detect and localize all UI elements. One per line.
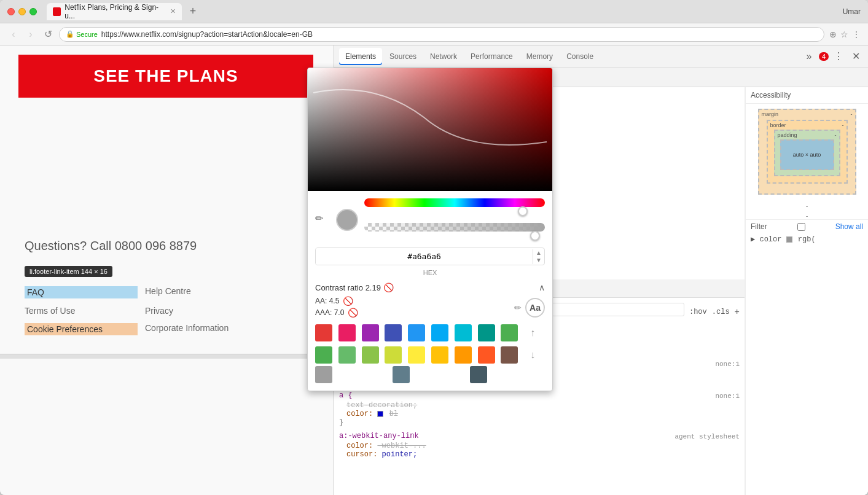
footer-link-help[interactable]: Help Centre (145, 286, 258, 298)
show-all-button[interactable]: Show all (835, 222, 863, 231)
new-tab-button[interactable]: + (184, 3, 201, 20)
footer-link-cookies[interactable]: Cookie Preferences (25, 323, 138, 335)
swatch-indigo[interactable] (385, 324, 402, 341)
address-bar: ‹ › ↺ 🔒 Secure https://www.netflix.com/s… (0, 23, 868, 45)
devtools-tab-actions: » 4 ⋮ ✕ (802, 49, 863, 64)
main-content: SEE THE PLANS Questions? Call 0800 096 8… (0, 45, 868, 495)
bookmark-icon[interactable]: ☆ (840, 29, 848, 39)
hue-thumb[interactable] (518, 206, 528, 216)
swatch-green[interactable] (501, 324, 518, 341)
swatch-cyan[interactable] (455, 324, 472, 341)
hex-input[interactable] (316, 248, 533, 265)
hex-up-arrow[interactable]: ▲ (536, 249, 542, 257)
swatch-light-green[interactable] (338, 346, 356, 364)
swatch-scroll-up[interactable]: ↑ (524, 324, 541, 341)
margin-label: margin (762, 111, 779, 117)
tab-title: Netflix Plans, Pricing & Sign-u... (65, 3, 164, 20)
address-input[interactable]: 🔒 Secure https://www.netflix.com/signup?… (59, 27, 824, 42)
tab-network[interactable]: Network (424, 48, 463, 65)
minimize-button[interactable] (18, 8, 26, 15)
more-tabs-icon[interactable]: » (802, 49, 816, 64)
color-prop-name: color (759, 235, 781, 244)
padding-value: - (835, 132, 837, 138)
swatch-teal[interactable] (478, 324, 495, 341)
contrast-no-icon: 🚫 (383, 283, 394, 292)
devtools-right-panel: Accessibility margin - border - (745, 87, 868, 495)
show-all-checkbox[interactable] (771, 223, 832, 231)
aaa-row: AAA: 7.0 🚫 (315, 308, 358, 318)
menu-icon[interactable]: ⋮ (852, 29, 861, 39)
swatch-grey[interactable] (315, 366, 332, 383)
swatch-red[interactable] (315, 324, 332, 341)
swatch-pink[interactable] (338, 324, 356, 341)
color-swatches-row1: ↑ (315, 324, 545, 346)
color-picker-overlay: ✏ (307, 68, 553, 391)
tab-performance[interactable]: Performance (464, 48, 519, 65)
footer-link-terms[interactable]: Terms of Use (25, 306, 138, 316)
zoom-icon[interactable]: ⊕ (829, 29, 837, 39)
contrast-ratio-title: Contrast ratio 2.19 🚫 (315, 283, 394, 292)
style-source-none1[interactable]: none:1 (715, 361, 740, 368)
swatch-purple[interactable] (362, 324, 379, 341)
webpage-footer: Questions? Call 0800 096 8879 li.footer-… (0, 220, 334, 354)
content-value: auto × auto (793, 152, 821, 158)
reload-button[interactable]: ↺ (42, 28, 54, 41)
swatch-light-blue[interactable] (431, 324, 448, 341)
forward-button[interactable]: › (25, 28, 37, 41)
swatch-brown[interactable] (501, 346, 518, 364)
cls-button[interactable]: .cls (712, 308, 730, 316)
tab-close-button[interactable]: ✕ (170, 7, 176, 15)
reload-icon: ↺ (44, 28, 52, 40)
devtools-more-icon[interactable]: ⋮ (831, 49, 846, 64)
swatch-deep-orange[interactable] (478, 346, 495, 364)
style-selector-a: a { (339, 391, 353, 400)
add-style-button[interactable]: + (735, 307, 740, 317)
element-tooltip: li.footer-link-item 144 × 16 (25, 266, 112, 277)
webpage-scrollbar[interactable] (0, 354, 334, 359)
user-profile: Umar (843, 7, 861, 16)
swatch-green2[interactable] (315, 346, 332, 364)
close-button[interactable] (7, 8, 15, 15)
style-webkit-cursor: cursor: pointer; (339, 450, 740, 459)
footer-link-privacy[interactable]: Privacy (145, 306, 258, 316)
hex-label: HEX (315, 269, 545, 276)
style-source-none1b[interactable]: none:1 (715, 392, 740, 400)
edit-contrast-icon[interactable]: ✏ (514, 303, 522, 313)
swatch-blue[interactable] (408, 324, 425, 341)
back-button[interactable]: ‹ (7, 28, 20, 41)
swatch-lime[interactable] (362, 346, 379, 364)
maximize-button[interactable] (29, 8, 37, 15)
swatch-blue-grey[interactable] (393, 366, 410, 383)
footer-link-faq[interactable]: FAQ (25, 286, 138, 298)
hex-down-arrow[interactable]: ▼ (536, 257, 542, 264)
hov-button[interactable]: :hov (689, 308, 707, 316)
color-gradient[interactable] (308, 68, 552, 191)
color-swatch-rgb-inline[interactable] (786, 236, 792, 243)
swatch-amber[interactable] (431, 346, 448, 364)
footer-phone: Questions? Call 0800 096 8879 (25, 239, 309, 253)
hue-slider[interactable] (364, 198, 545, 207)
cp-row1: ✏ (315, 198, 545, 241)
style-webkit-color: color: -webkit-... (339, 442, 740, 450)
tab-console[interactable]: Console (560, 48, 600, 65)
swatch-yellow[interactable] (408, 346, 425, 364)
active-tab[interactable]: Netflix Plans, Pricing & Sign-u... ✕ (47, 3, 182, 20)
tab-elements[interactable]: Elements (339, 48, 382, 65)
alpha-slider[interactable] (364, 223, 545, 232)
swatch-scroll-down[interactable]: ↓ (524, 346, 541, 364)
back-icon: ‹ (12, 29, 15, 40)
tab-memory[interactable]: Memory (520, 48, 559, 65)
eyedropper-icon[interactable]: ✏ (315, 212, 330, 227)
swatch-orange[interactable] (455, 346, 472, 364)
footer-link-corporate[interactable]: Corporate Information (145, 323, 258, 335)
netflix-favicon (53, 7, 61, 16)
forward-icon: › (29, 29, 32, 40)
swatch-yellow-green[interactable] (385, 346, 402, 364)
color-swatch-blue[interactable] (377, 411, 383, 417)
contrast-chevron[interactable]: ∧ (539, 283, 545, 292)
alpha-thumb[interactable] (530, 231, 540, 241)
devtools-close-icon[interactable]: ✕ (848, 49, 863, 64)
swatch-dark-blue-grey[interactable] (470, 366, 487, 383)
tab-sources[interactable]: Sources (383, 48, 423, 65)
style-rule-a: a { none:1 text-decoration; color: bl (339, 391, 740, 427)
